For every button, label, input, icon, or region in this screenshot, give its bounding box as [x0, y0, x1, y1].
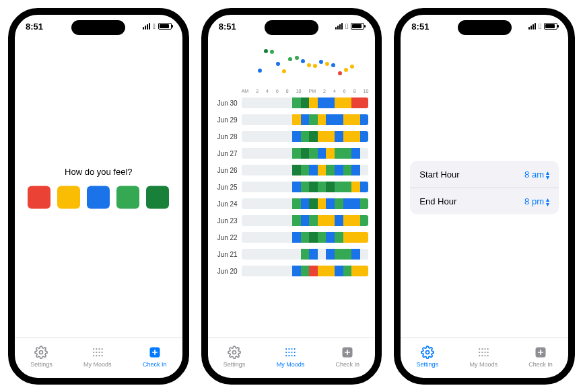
mood-segment	[292, 266, 301, 276]
day-row: Jun 29	[215, 112, 369, 127]
hour-tick: 8	[286, 89, 289, 93]
svg-point-5	[93, 351, 94, 352]
mood-segment	[267, 232, 275, 243]
mood-segment	[335, 266, 343, 276]
settings-row-start-hour[interactable]: Start Hour 8 am ▴▾	[410, 161, 559, 188]
hour-tick: AM	[242, 89, 249, 93]
svg-point-39	[485, 354, 486, 356]
signal-icon	[143, 23, 150, 30]
mood-segment	[275, 114, 284, 125]
status-indicators: 􀙇	[528, 22, 557, 30]
mood-segment	[267, 97, 275, 108]
mood-segment	[326, 266, 335, 276]
svg-point-14	[233, 350, 236, 354]
mood-segment	[301, 148, 310, 159]
day-bar	[242, 165, 369, 175]
mood-segment	[284, 182, 293, 192]
settings-row-end-hour[interactable]: End Hour 8 pm ▴▾	[410, 188, 559, 214]
scatter-point	[344, 68, 348, 72]
mood-segment	[343, 182, 352, 192]
mood-segment	[284, 131, 293, 142]
tab-label: Check In	[336, 361, 360, 368]
wifi-icon: 􀙇	[539, 22, 541, 30]
day-label: Jun 25	[215, 184, 242, 191]
hour-tick: 8	[353, 89, 356, 93]
mood-segment	[335, 249, 343, 260]
tab-settings[interactable]: Settings	[417, 345, 439, 368]
hour-tick: 2	[256, 89, 259, 93]
status-indicators: 􀙇	[143, 22, 172, 30]
tab-checkin[interactable]: Check In	[336, 345, 360, 368]
mood-segment	[267, 114, 275, 125]
mood-option-orange[interactable]	[57, 186, 80, 209]
settings-value-picker[interactable]: 8 am ▴▾	[524, 169, 549, 180]
mood-segment	[351, 97, 360, 108]
tab-checkin[interactable]: Check In	[143, 345, 167, 368]
mood-segment	[242, 232, 250, 243]
mood-segment	[351, 215, 360, 226]
mood-segment	[267, 198, 275, 209]
mood-segment	[250, 215, 259, 226]
mood-segment	[301, 165, 310, 175]
tab-settings[interactable]: Settings	[224, 345, 246, 368]
tab-mymoods[interactable]: My Moods	[469, 345, 498, 368]
phone-mymoods: 8:51 􀙇 AM246810PM246810 Jun 30Jun 29Jun …	[201, 8, 382, 385]
scatter-point	[301, 59, 305, 63]
day-row: Jun 26	[215, 163, 369, 178]
mood-segment	[275, 232, 284, 243]
tab-label: Settings	[30, 361, 53, 368]
day-bar	[242, 266, 369, 276]
mood-segment	[259, 165, 267, 175]
day-bar	[242, 232, 369, 243]
mood-segment	[351, 249, 360, 260]
mood-option-dgreen[interactable]	[146, 186, 169, 209]
mood-segment	[292, 148, 301, 159]
tab-label: My Moods	[83, 361, 112, 368]
mood-segment	[318, 131, 327, 142]
scatter-point	[282, 69, 286, 73]
scatter-point	[338, 71, 342, 75]
tab-checkin[interactable]: Check In	[528, 345, 553, 368]
wifi-icon: 􀙇	[345, 22, 348, 30]
day-label: Jun 20	[215, 268, 242, 275]
mood-segment	[259, 114, 267, 125]
settings-value-text: 8 am	[524, 169, 544, 180]
settings-value-picker[interactable]: 8 pm ▴▾	[524, 196, 549, 206]
mood-segment	[259, 131, 267, 142]
mood-option-red[interactable]	[28, 186, 50, 209]
svg-point-12	[101, 354, 102, 356]
svg-point-0	[40, 350, 43, 354]
mood-segment	[292, 215, 301, 226]
mood-segment	[284, 165, 293, 175]
mood-segment	[309, 182, 318, 192]
tab-mymoods[interactable]: My Moods	[277, 345, 305, 368]
scatter-point	[288, 57, 292, 61]
updown-icon: ▴▾	[546, 196, 549, 206]
mood-segment	[335, 232, 343, 243]
mood-segment	[301, 182, 310, 192]
svg-point-35	[485, 351, 486, 352]
tab-settings[interactable]: Settings	[30, 345, 53, 368]
mood-segment	[275, 131, 284, 142]
day-bar	[242, 97, 369, 108]
day-label: Jun 26	[215, 167, 242, 174]
mood-segment	[250, 249, 259, 260]
day-label: Jun 28	[215, 133, 242, 141]
mood-segment	[326, 232, 335, 243]
mood-option-green[interactable]	[116, 186, 139, 209]
checkin-prompt: How do you feel?	[28, 167, 169, 177]
mood-segment	[351, 114, 360, 125]
mood-segment	[292, 232, 301, 243]
settings-value-text: 8 pm	[524, 196, 544, 206]
mood-segment	[343, 131, 352, 142]
mood-day-list[interactable]: Jun 30Jun 29Jun 28Jun 27Jun 26Jun 25Jun …	[215, 95, 369, 278]
mood-option-blue[interactable]	[87, 186, 110, 209]
battery-icon	[158, 23, 172, 30]
mood-segment	[360, 198, 369, 209]
mood-segment	[326, 148, 335, 159]
mood-segment	[335, 215, 343, 226]
mood-segment	[301, 114, 310, 125]
mood-segment	[351, 165, 360, 175]
tab-mymoods[interactable]: My Moods	[83, 345, 112, 368]
day-row: Jun 25	[215, 180, 369, 194]
